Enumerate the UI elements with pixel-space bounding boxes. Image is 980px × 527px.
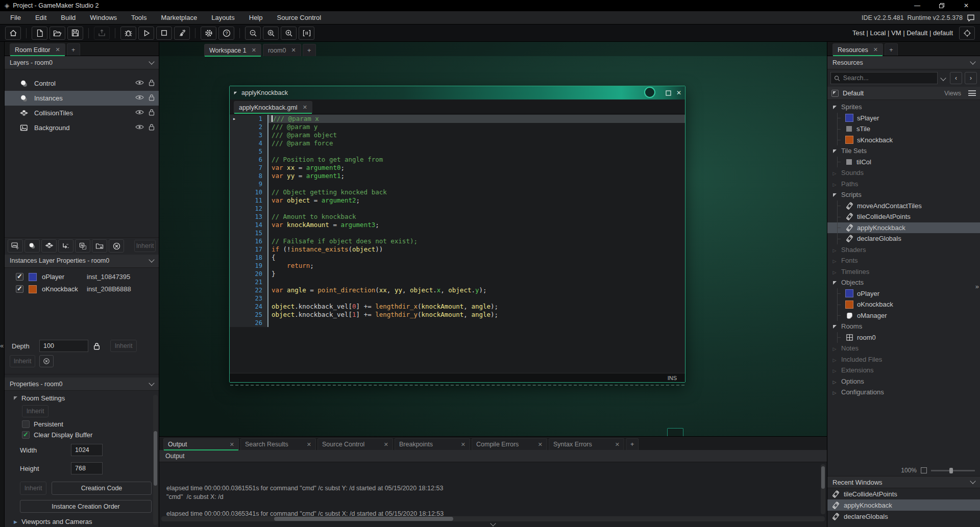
settings-button[interactable] (201, 27, 216, 40)
viewports-group[interactable]: ▶ Viewports and Cameras (5, 516, 159, 527)
breakpoint-margin[interactable] (230, 229, 239, 237)
help-button[interactable]: ? (218, 27, 234, 40)
breakpoint-margin[interactable] (230, 147, 239, 156)
tab-close-icon[interactable]: ✕ (307, 441, 311, 448)
code-line-15[interactable]: 15 (230, 229, 685, 237)
resource-tree-row-tilecollideatpoints[interactable]: tileCollideAtPoints (827, 211, 980, 222)
breakpoint-margin[interactable] (230, 245, 239, 254)
menu-source-control[interactable]: Source Control (270, 14, 329, 21)
layer-row-background[interactable]: Background (5, 120, 159, 135)
breakpoint-margin[interactable] (230, 156, 239, 164)
layers-header[interactable]: Layers - room0 (5, 56, 159, 69)
recent-window-declareglobals[interactable]: declareGlobals (827, 511, 980, 522)
recent-window-tilecollideatpoints[interactable]: tileCollideAtPoints (827, 488, 980, 499)
code-line-20[interactable]: 20} (230, 270, 685, 278)
actual-size-button[interactable] (299, 27, 314, 40)
tab-close-icon[interactable]: ✕ (384, 441, 388, 448)
tab-close-icon[interactable]: ✕ (615, 441, 620, 448)
instance-layer-properties-header[interactable]: Instances Layer Properties - room0 (5, 255, 159, 268)
menu-file[interactable]: File (3, 14, 28, 21)
creation-code-button[interactable]: Creation Code (52, 482, 152, 495)
resource-tree-row-fonts[interactable]: ▷Fonts (827, 255, 980, 266)
add-tile-layer-button[interactable] (41, 239, 57, 253)
code-line-14[interactable]: 14var knockAmount = argument3; (230, 221, 685, 229)
add-workspace-tab-button[interactable]: + (303, 44, 316, 56)
code-line-17[interactable]: 17if (!instance_exists(object)) (230, 245, 685, 254)
output-tab-output[interactable]: Output ✕ (163, 438, 239, 450)
breakpoint-margin[interactable] (230, 164, 239, 172)
restore-button[interactable] (931, 1, 952, 11)
inherit-button[interactable]: Inherit (10, 355, 35, 367)
collapsed-icon[interactable]: ▷ (831, 356, 838, 363)
collapsed-icon[interactable]: ▷ (831, 268, 838, 275)
resource-tree-row-scripts[interactable]: Scripts (827, 189, 980, 200)
breakpoint-margin[interactable] (230, 123, 239, 131)
layer-row-control[interactable]: Control (5, 76, 159, 91)
resource-tree-row-paths[interactable]: ▷Paths (827, 179, 980, 190)
menu-marketplace[interactable]: Marketplace (154, 14, 204, 21)
menu-layouts[interactable]: Layouts (204, 14, 242, 21)
resource-tree-row-stile[interactable]: sTile (827, 123, 980, 135)
depth-lock-icon[interactable] (93, 342, 100, 350)
tab-close-icon[interactable]: ✕ (252, 47, 256, 54)
add-path-layer-button[interactable] (58, 239, 74, 253)
code-line-18[interactable]: 18{ (230, 254, 685, 262)
height-input[interactable] (71, 462, 103, 474)
resource-tree-row-splayer[interactable]: sPlayer (827, 113, 980, 124)
save-project-button[interactable] (67, 27, 83, 40)
breakpoint-margin[interactable] (230, 172, 239, 180)
views-menu-icon[interactable] (968, 90, 976, 96)
code-line-10[interactable]: 10// Object getting knocked back (230, 188, 685, 196)
run-button[interactable] (138, 27, 154, 40)
resource-tree-row-omanager[interactable]: oManager (827, 310, 980, 321)
resource-root-row[interactable]: Default Views (827, 87, 980, 100)
menu-tools[interactable]: Tools (124, 14, 154, 21)
expanded-icon[interactable] (831, 103, 838, 111)
resource-tree-row-timelines[interactable]: ▷Timelines (827, 266, 980, 278)
maximize-window-icon[interactable] (666, 90, 671, 96)
search-box[interactable] (830, 72, 938, 84)
code-line-24[interactable]: 24object.knockback_vel[0] += lengthdir_x… (230, 303, 685, 311)
collapsed-icon[interactable]: ▷ (831, 388, 838, 396)
collapsed-icon[interactable]: ▷ (831, 344, 838, 352)
breakpoint-margin[interactable] (230, 254, 239, 262)
debug-button[interactable] (120, 27, 136, 40)
code-line-2[interactable]: 2/// @param y (230, 123, 685, 131)
output-log[interactable]: elapsed time 00:00:00.0361551s for comma… (159, 462, 827, 516)
collapse-output-button[interactable] (159, 522, 827, 527)
breakpoint-margin[interactable] (230, 131, 239, 139)
resource-tree-row-room0[interactable]: room0 (827, 332, 980, 343)
create-executable-button[interactable] (94, 27, 110, 40)
menu-help[interactable]: Help (242, 14, 270, 21)
breakpoint-margin[interactable] (230, 262, 239, 270)
collapsed-icon[interactable]: ▷ (831, 366, 838, 374)
code-line-21[interactable]: 21 (230, 278, 685, 286)
breakpoint-margin[interactable] (230, 270, 239, 278)
resource-tree-row-included-files[interactable]: ▷Included Files (827, 354, 980, 365)
tab-room-editor[interactable]: Room Editor ✕ (10, 43, 65, 56)
collapsed-icon[interactable]: ▷ (831, 169, 838, 177)
resource-tree-row-options[interactable]: ▷Options (827, 376, 980, 387)
zoom-slider[interactable] (931, 470, 975, 471)
fit-view-icon[interactable] (921, 467, 927, 473)
window-link-icon[interactable] (644, 87, 655, 98)
instance-creation-order-button[interactable]: Instance Creation Order (20, 500, 152, 513)
resources-header[interactable]: Resources (827, 56, 980, 69)
recent-windows-header[interactable]: Recent Windows (827, 476, 980, 488)
code-line-25[interactable]: 25object.knockback_vel[1] += lengthdir_y… (230, 311, 685, 319)
breakpoint-margin[interactable]: ▸ (230, 115, 239, 123)
resource-tree-row-moveandcontacttiles[interactable]: moveAndContactTiles (827, 200, 980, 212)
close-button[interactable]: ✕ (955, 1, 977, 11)
visibility-eye-icon[interactable] (135, 109, 144, 117)
instance-visible-checkbox[interactable] (16, 285, 23, 293)
delete-layer-button[interactable] (109, 239, 124, 253)
add-layer-folder-button[interactable] (92, 239, 107, 253)
collapse-window-icon[interactable] (234, 91, 237, 94)
code-line-22[interactable]: 22var angle = point_direction(xx, yy, ob… (230, 286, 685, 294)
code-line-8[interactable]: 8var yy = argument1; (230, 172, 685, 180)
lock-icon[interactable] (149, 123, 155, 132)
tab-room0[interactable]: room0 ✕ (263, 44, 301, 56)
menu-build[interactable]: Build (54, 14, 83, 21)
layer-row-collisiontiles[interactable]: CollisionTiles (5, 106, 159, 120)
visibility-eye-icon[interactable] (135, 80, 144, 87)
